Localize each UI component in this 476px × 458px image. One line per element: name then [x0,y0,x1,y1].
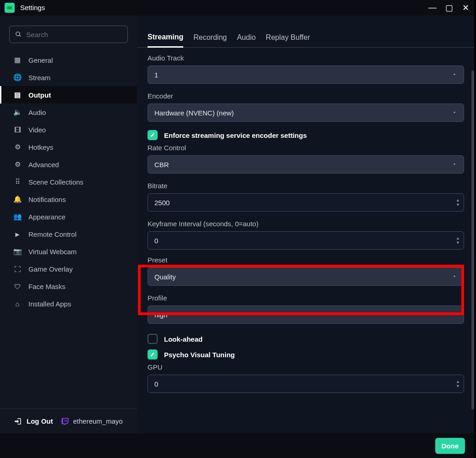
svg-point-2 [10,7,11,8]
sidebar-item-virtual-webcam[interactable]: 📷Virtual Webcam [0,243,137,260]
logout-label: Log Out [27,417,53,425]
sidebar-item-label: Installed Apps [28,300,71,308]
username: ethereum_mayo [73,417,122,425]
tab-streaming[interactable]: Streaming [148,27,183,48]
bitrate-input[interactable]: ▲▼ [148,193,464,212]
svg-rect-0 [7,6,12,9]
sidebar-item-label: Appearance [28,213,66,221]
dots-icon: ⠿ [13,178,22,186]
sidebar-item-installed-apps[interactable]: ⌂Installed Apps [0,295,137,312]
sidebar: ▦General🌐Stream▤Output🔈Audio🎞Video⚙Hotke… [0,16,137,433]
chevron-down-icon [452,161,457,169]
chip-icon: ▤ [13,91,22,99]
keyframe-stepper[interactable]: ▲▼ [456,234,460,247]
store-icon: ⌂ [13,300,22,308]
sidebar-item-label: Advanced [28,161,59,169]
sidebar-item-remote-control[interactable]: ►Remote Control [0,225,137,243]
sidebar-item-notifications[interactable]: 🔔Notifications [0,191,137,208]
sidebar-item-audio[interactable]: 🔈Audio [0,104,137,121]
sidebar-item-label: Hotkeys [28,143,53,151]
sidebar-item-label: Output [28,91,51,99]
chevron-down-icon [452,109,457,117]
sidebar-item-label: Remote Control [28,230,77,238]
camera-icon: 📷 [13,247,22,256]
window-maximize-button[interactable]: ▢ [445,3,453,13]
dialog-footer: Done [0,433,474,458]
bell-icon: 🔔 [13,195,22,203]
search-input[interactable] [26,31,122,38]
sidebar-item-advanced[interactable]: ⚙Advanced [0,156,137,173]
tab-replay-buffer[interactable]: Replay Buffer [266,27,310,48]
psycho-label: Psycho Visual Tuning [164,351,235,359]
sidebar-item-label: Virtual Webcam [28,248,77,256]
sidebar-item-label: Face Masks [28,283,66,290]
sidebar-item-appearance[interactable]: 👥Appearance [0,208,137,225]
psycho-checkbox[interactable] [148,349,158,360]
rate-control-select[interactable]: CBR [148,155,464,174]
enforce-checkbox[interactable] [148,130,158,140]
window-close-button[interactable]: ✕ [461,3,470,13]
expand-icon: ⛶ [13,265,22,273]
chevron-down-icon [452,273,457,281]
people-icon: 👥 [13,213,22,221]
logout-button[interactable]: Log Out [14,417,53,425]
sidebar-item-output[interactable]: ▤Output [0,86,137,104]
audio-track-select[interactable]: 1 [148,65,464,84]
profile-label: Profile [148,294,464,302]
output-form: Audio Track 1 Encoder Hardware (NVENC) (… [137,48,474,406]
twitch-icon [61,417,69,425]
preset-select[interactable]: Quality [148,267,464,286]
sidebar-item-label: Game Overlay [28,265,73,273]
volume-icon: 🔈 [13,108,22,116]
logout-icon [14,417,22,425]
gpu-stepper[interactable]: ▲▼ [456,377,460,391]
sidebar-item-label: Audio [28,109,46,116]
user-chip[interactable]: ethereum_mayo [61,417,122,425]
bitrate-label: Bitrate [148,182,464,190]
sidebar-item-label: Video [28,126,46,134]
keyframe-label: Keyframe Interval (seconds, 0=auto) [148,220,464,228]
window-title: Settings [20,4,45,11]
search-field[interactable] [9,26,128,43]
enforce-checkbox-row[interactable]: Enforce streaming service encoder settin… [148,130,464,140]
gear-icon: ⚙ [13,143,22,151]
lookahead-checkbox-row[interactable]: Look-ahead [148,334,464,344]
keyframe-input[interactable]: ▲▼ [148,231,464,250]
sidebar-item-general[interactable]: ▦General [0,51,137,69]
sidebar-item-stream[interactable]: 🌐Stream [0,69,137,86]
search-icon [15,31,22,38]
sidebar-item-video[interactable]: 🎞Video [0,121,137,138]
sidebar-item-game-overlay[interactable]: ⛶Game Overlay [0,260,137,278]
sidebar-item-face-masks[interactable]: 🛡Face Masks [0,278,137,295]
sidebar-item-hotkeys[interactable]: ⚙Hotkeys [0,138,137,156]
play-circle-icon: ► [13,230,22,238]
enforce-label: Enforce streaming service encoder settin… [164,131,307,139]
window-minimize-button[interactable]: — [428,3,437,12]
bitrate-stepper[interactable]: ▲▼ [456,196,460,209]
lookahead-label: Look-ahead [164,335,202,343]
psycho-checkbox-row[interactable]: Psycho Visual Tuning [148,349,464,360]
rate-control-label: Rate Control [148,144,464,152]
scrollbar[interactable] [471,71,474,409]
tab-recording[interactable]: Recording [193,27,227,48]
shield-icon: 🛡 [13,283,22,290]
tab-audio[interactable]: Audio [237,27,256,48]
tabs: StreamingRecordingAudioReplay Buffer [137,27,474,48]
chevron-down-icon [452,71,457,79]
encoder-label: Encoder [148,92,464,100]
done-button[interactable]: Done [435,438,465,454]
app-icon [5,3,15,13]
film-icon: 🎞 [13,126,22,134]
profile-select[interactable]: high [148,305,464,324]
gpu-label: GPU [148,363,464,371]
lookahead-checkbox[interactable] [148,334,158,344]
title-bar: Settings — ▢ ✕ [0,0,474,16]
chevron-down-icon [452,311,457,319]
encoder-select[interactable]: Hardware (NVENC) (new) [148,104,464,122]
sidebar-item-scene-collections[interactable]: ⠿Scene Collections [0,173,137,191]
gpu-input[interactable]: ▲▼ [148,375,464,393]
content-panel: StreamingRecordingAudioReplay Buffer Aud… [137,16,474,433]
globe-icon: 🌐 [13,73,22,82]
sidebar-nav: ▦General🌐Stream▤Output🔈Audio🎞Video⚙Hotke… [0,51,137,312]
sidebar-item-label: Stream [28,74,50,82]
